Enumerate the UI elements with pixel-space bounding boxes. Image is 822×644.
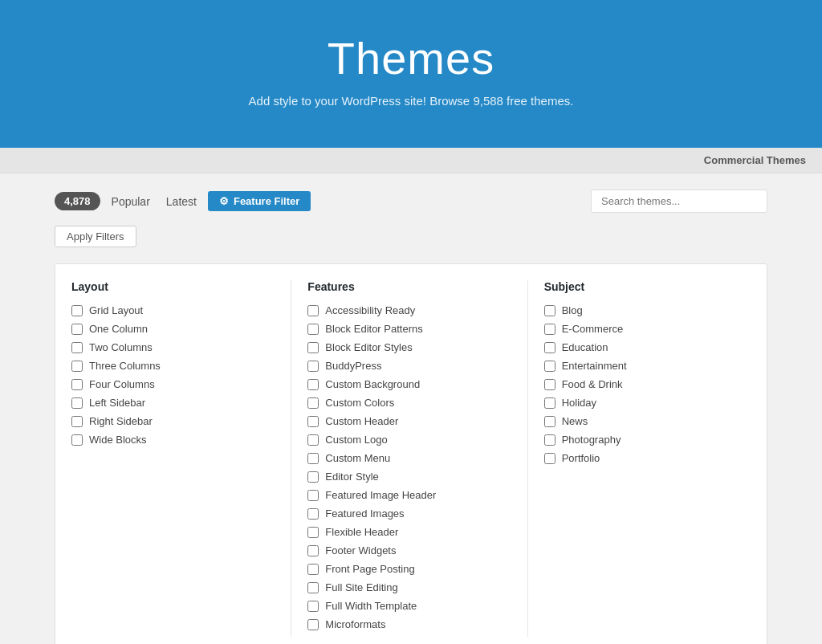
filter-checkbox[interactable] bbox=[307, 305, 319, 316]
filter-label[interactable]: Four Columns bbox=[89, 378, 155, 390]
filter-label[interactable]: Custom Background bbox=[325, 378, 420, 390]
gear-icon: ⚙ bbox=[219, 195, 229, 207]
search-input[interactable] bbox=[591, 190, 767, 213]
filter-label[interactable]: Block Editor Styles bbox=[325, 341, 412, 353]
filter-checkbox[interactable] bbox=[71, 397, 83, 409]
filter-checkbox[interactable] bbox=[71, 305, 83, 316]
filter-checkbox[interactable] bbox=[544, 324, 555, 335]
filter-label[interactable]: Featured Image Header bbox=[325, 489, 436, 501]
filter-label[interactable]: Education bbox=[562, 341, 608, 353]
filter-checkbox[interactable] bbox=[71, 434, 83, 446]
filter-checkbox[interactable] bbox=[307, 619, 319, 630]
filter-checkbox[interactable] bbox=[544, 379, 555, 390]
tab-popular[interactable]: Popular bbox=[107, 192, 155, 211]
top-bar: Commercial Themes bbox=[0, 148, 822, 173]
filter-checkbox[interactable] bbox=[307, 453, 319, 464]
commercial-themes-link[interactable]: Commercial Themes bbox=[704, 154, 806, 166]
filter-checkbox[interactable] bbox=[544, 416, 555, 427]
filter-item: Grid Layout bbox=[71, 304, 278, 316]
filter-checkbox[interactable] bbox=[71, 342, 83, 353]
filter-label[interactable]: News bbox=[562, 415, 588, 427]
filter-item: Featured Images bbox=[307, 507, 514, 520]
main-content: 4,878 Popular Latest ⚙ Feature Filter Ap… bbox=[42, 173, 780, 644]
filter-label[interactable]: Custom Logo bbox=[325, 434, 387, 446]
filter-checkbox[interactable] bbox=[307, 508, 319, 520]
filter-checkbox[interactable] bbox=[544, 397, 555, 409]
filter-label[interactable]: Featured Images bbox=[325, 507, 404, 520]
filter-label[interactable]: Two Columns bbox=[89, 341, 153, 353]
filter-checkbox[interactable] bbox=[307, 564, 319, 575]
filter-label[interactable]: Left Sidebar bbox=[89, 397, 145, 409]
filter-label[interactable]: Food & Drink bbox=[562, 378, 623, 390]
filter-checkbox[interactable] bbox=[307, 471, 319, 483]
filter-item: Portfolio bbox=[544, 452, 751, 464]
filter-checkbox[interactable] bbox=[307, 545, 319, 556]
filter-item: Right Sidebar bbox=[71, 415, 278, 427]
filter-checkbox[interactable] bbox=[307, 379, 319, 390]
filter-checkbox[interactable] bbox=[307, 416, 319, 427]
filter-item: Two Columns bbox=[71, 341, 278, 353]
filter-label[interactable]: Front Page Posting bbox=[325, 563, 414, 575]
filter-checkbox[interactable] bbox=[544, 342, 555, 353]
filter-label[interactable]: Full Width Template bbox=[325, 600, 417, 612]
filter-checkbox[interactable] bbox=[71, 416, 83, 427]
filter-label[interactable]: Flexible Header bbox=[325, 526, 398, 538]
filter-checkbox[interactable] bbox=[307, 324, 319, 335]
filter-checkbox[interactable] bbox=[307, 342, 319, 353]
filter-item: News bbox=[544, 415, 751, 427]
filter-item: Microformats bbox=[307, 618, 514, 630]
filter-column-title: Subject bbox=[544, 280, 751, 293]
filter-label[interactable]: Custom Menu bbox=[325, 452, 390, 464]
filter-label[interactable]: Custom Header bbox=[325, 415, 398, 427]
filter-column-title: Layout bbox=[71, 280, 278, 293]
filter-checkbox[interactable] bbox=[544, 305, 555, 316]
filter-item: E-Commerce bbox=[544, 323, 751, 335]
filter-item: Wide Blocks bbox=[71, 434, 278, 446]
feature-filter-button[interactable]: ⚙ Feature Filter bbox=[208, 191, 311, 211]
filter-label[interactable]: E-Commerce bbox=[562, 323, 624, 335]
filter-label[interactable]: Editor Style bbox=[325, 471, 378, 483]
filter-label[interactable]: BuddyPress bbox=[325, 360, 381, 372]
filter-checkbox[interactable] bbox=[544, 434, 555, 446]
filter-checkbox[interactable] bbox=[307, 361, 319, 372]
filter-item: Custom Header bbox=[307, 415, 514, 427]
toolbar: 4,878 Popular Latest ⚙ Feature Filter bbox=[55, 190, 767, 213]
tab-latest[interactable]: Latest bbox=[161, 192, 201, 211]
filter-label[interactable]: Three Columns bbox=[89, 360, 161, 372]
filter-item: One Column bbox=[71, 323, 278, 335]
filter-label[interactable]: Grid Layout bbox=[89, 304, 143, 316]
filter-checkbox[interactable] bbox=[71, 379, 83, 390]
filter-label[interactable]: Footer Widgets bbox=[325, 544, 396, 556]
filter-label[interactable]: Right Sidebar bbox=[89, 415, 153, 427]
apply-filters-button[interactable]: Apply Filters bbox=[55, 226, 136, 247]
filter-label[interactable]: Photography bbox=[562, 434, 621, 446]
filter-checkbox[interactable] bbox=[307, 490, 319, 501]
filter-checkbox[interactable] bbox=[71, 324, 83, 335]
filter-checkbox[interactable] bbox=[71, 361, 83, 372]
filter-label[interactable]: Custom Colors bbox=[325, 397, 394, 409]
filter-label[interactable]: Full Site Editing bbox=[325, 581, 397, 593]
filter-checkbox[interactable] bbox=[307, 582, 319, 593]
filter-item: Holiday bbox=[544, 397, 751, 409]
filter-label[interactable]: Portfolio bbox=[562, 452, 600, 464]
filter-item: Block Editor Styles bbox=[307, 341, 514, 353]
filter-label[interactable]: Block Editor Patterns bbox=[325, 323, 422, 335]
filter-label[interactable]: Accessibility Ready bbox=[325, 304, 415, 316]
filter-checkbox[interactable] bbox=[544, 361, 555, 372]
filter-item: Education bbox=[544, 341, 751, 353]
filter-label[interactable]: One Column bbox=[89, 323, 148, 335]
filter-label[interactable]: Wide Blocks bbox=[89, 434, 147, 446]
filter-label[interactable]: Entertainment bbox=[562, 360, 627, 372]
filter-checkbox[interactable] bbox=[307, 601, 319, 612]
filter-label[interactable]: Holiday bbox=[562, 397, 596, 409]
filter-checkbox[interactable] bbox=[307, 434, 319, 446]
filter-checkbox[interactable] bbox=[307, 397, 319, 409]
filter-checkbox[interactable] bbox=[307, 527, 319, 538]
filter-panel: LayoutGrid LayoutOne ColumnTwo ColumnsTh… bbox=[55, 263, 767, 644]
search-wrapper bbox=[591, 190, 767, 213]
filter-label[interactable]: Blog bbox=[562, 304, 583, 316]
filter-label[interactable]: Microformats bbox=[325, 618, 385, 630]
theme-count-badge: 4,878 bbox=[55, 192, 100, 210]
filter-checkbox[interactable] bbox=[544, 453, 555, 464]
filter-item: Accessibility Ready bbox=[307, 304, 514, 316]
